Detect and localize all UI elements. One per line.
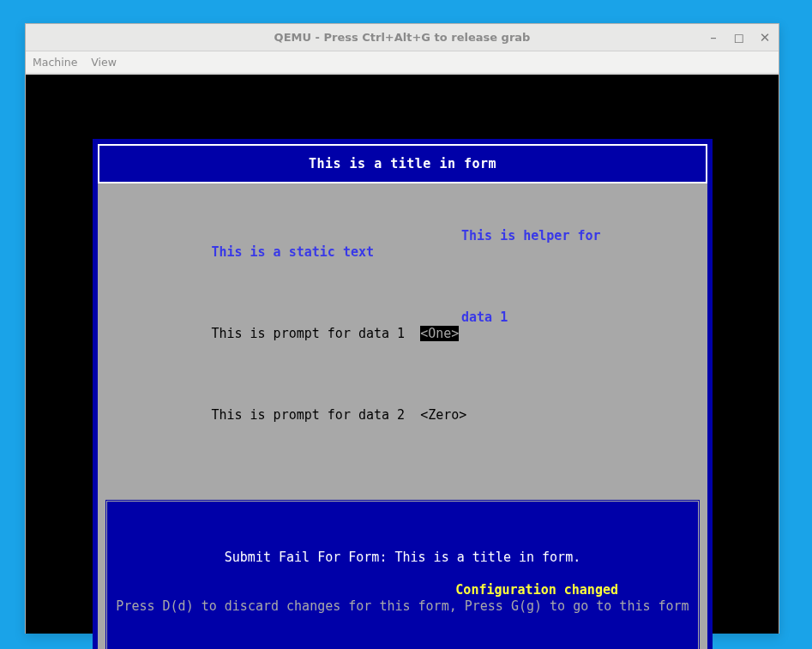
prompt-1-label: This is prompt for data 1 xyxy=(211,326,405,341)
minimize-icon[interactable]: – xyxy=(707,32,720,45)
bios-frame: This is a title in form This is a static… xyxy=(93,139,713,649)
window-controls: – ◻ ✕ xyxy=(707,24,772,51)
prompt-2-label: This is prompt for data 2 xyxy=(211,407,405,423)
static-text: This is a static text xyxy=(211,244,374,260)
qemu-window: QEMU - Press Ctrl+Alt+G to release grab … xyxy=(25,23,779,634)
menubar: Machine View xyxy=(26,51,779,74)
prompt-2-value[interactable]: <Zero> xyxy=(420,407,466,423)
menu-machine[interactable]: Machine xyxy=(33,56,77,69)
helper-line1: This is helper for xyxy=(461,228,601,277)
dialog-line1: Submit Fail For Form: This is a title in… xyxy=(111,550,695,566)
vm-screen[interactable]: This is a title in form This is a static… xyxy=(26,75,779,634)
dialog-line2: Press D(d) to discard changes for this f… xyxy=(111,598,695,615)
helper-line2: data 1 xyxy=(461,309,508,358)
submit-fail-dialog: Submit Fail For Form: This is a title in… xyxy=(106,501,699,649)
form-body: This is a static text This is helper for… xyxy=(98,183,707,649)
status-message: Configuration changed xyxy=(93,582,713,598)
prompt-1-value[interactable]: <One> xyxy=(420,326,459,341)
menu-view[interactable]: View xyxy=(91,56,117,69)
form-title-box: This is a title in form xyxy=(98,144,707,183)
close-icon[interactable]: ✕ xyxy=(758,32,772,45)
maximize-icon[interactable]: ◻ xyxy=(732,32,746,45)
titlebar[interactable]: QEMU - Press Ctrl+Alt+G to release grab … xyxy=(26,24,779,51)
form-title: This is a title in form xyxy=(309,156,496,171)
window-title: QEMU - Press Ctrl+Alt+G to release grab xyxy=(274,31,531,44)
